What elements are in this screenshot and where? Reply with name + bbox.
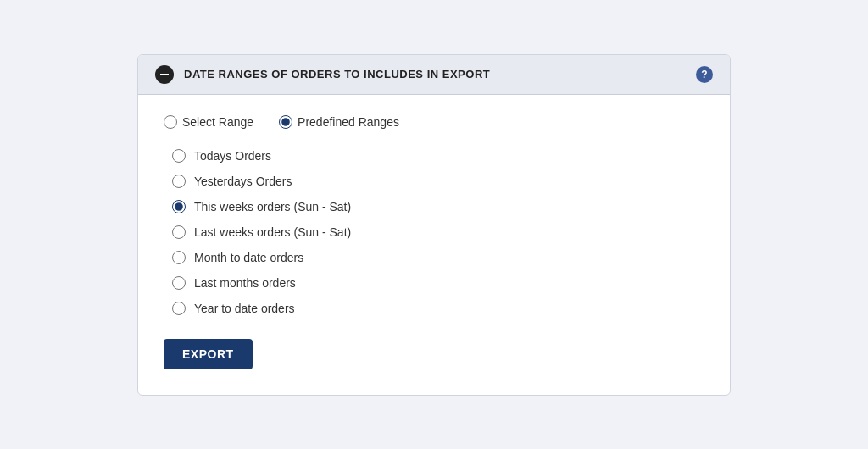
predefined-option-label-4: Last weeks orders (Sun - Sat) bbox=[194, 225, 351, 239]
export-button[interactable]: EXPORT bbox=[164, 339, 253, 369]
predefined-ranges-radio[interactable] bbox=[279, 115, 292, 129]
predefined-option-3[interactable]: This weeks orders (Sun - Sat) bbox=[172, 200, 704, 213]
predefined-radio-7[interactable] bbox=[172, 302, 186, 315]
range-type-row: Select Range Predefined Ranges bbox=[164, 115, 704, 129]
predefined-option-label-7: Year to date orders bbox=[194, 302, 295, 315]
predefined-option-5[interactable]: Month to date orders bbox=[172, 251, 704, 264]
predefined-radio-4[interactable] bbox=[172, 225, 186, 239]
predefined-option-label-3: This weeks orders (Sun - Sat) bbox=[194, 200, 351, 213]
card-body: Select Range Predefined Ranges Todays Or… bbox=[138, 95, 730, 395]
predefined-option-7[interactable]: Year to date orders bbox=[172, 302, 704, 315]
predefined-options-list: Todays OrdersYesterdays OrdersThis weeks… bbox=[172, 149, 704, 315]
predefined-option-label-5: Month to date orders bbox=[194, 251, 303, 264]
predefined-radio-1[interactable] bbox=[172, 149, 186, 163]
predefined-radio-2[interactable] bbox=[172, 175, 186, 188]
predefined-option-6[interactable]: Last months orders bbox=[172, 276, 704, 290]
predefined-radio-5[interactable] bbox=[172, 251, 186, 264]
date-ranges-card: DATE RANGES OF ORDERS TO INCLUDES IN EXP… bbox=[137, 54, 731, 396]
select-range-radio[interactable] bbox=[164, 115, 177, 129]
select-range-label: Select Range bbox=[182, 115, 253, 129]
predefined-option-2[interactable]: Yesterdays Orders bbox=[172, 175, 704, 188]
predefined-option-label-2: Yesterdays Orders bbox=[194, 175, 292, 188]
predefined-option-4[interactable]: Last weeks orders (Sun - Sat) bbox=[172, 225, 704, 239]
card-header: DATE RANGES OF ORDERS TO INCLUDES IN EXP… bbox=[138, 55, 730, 95]
predefined-option-label-6: Last months orders bbox=[194, 276, 296, 290]
card-title: DATE RANGES OF ORDERS TO INCLUDES IN EXP… bbox=[184, 68, 686, 80]
predefined-option-1[interactable]: Todays Orders bbox=[172, 149, 704, 163]
predefined-option-label-1: Todays Orders bbox=[194, 149, 271, 163]
predefined-radio-3[interactable] bbox=[172, 200, 186, 213]
select-range-option[interactable]: Select Range bbox=[164, 115, 253, 129]
help-icon[interactable]: ? bbox=[696, 66, 713, 83]
collapse-icon[interactable] bbox=[155, 65, 174, 84]
predefined-radio-6[interactable] bbox=[172, 276, 186, 290]
predefined-ranges-label: Predefined Ranges bbox=[298, 115, 399, 129]
predefined-ranges-option[interactable]: Predefined Ranges bbox=[279, 115, 399, 129]
